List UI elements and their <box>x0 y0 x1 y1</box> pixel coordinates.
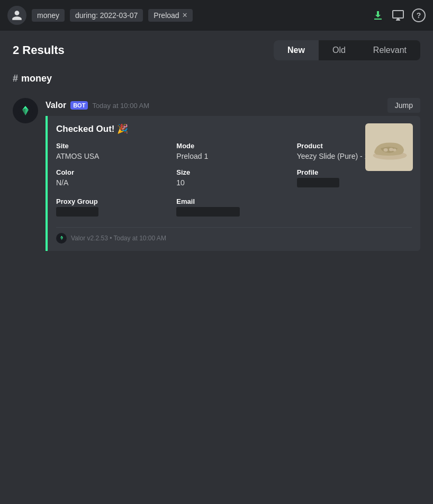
search-tag-preload-label: Preload <box>154 11 179 20</box>
channel-name: #money <box>13 73 420 84</box>
embed-fields-row2: Proxy Group Email <box>56 197 412 220</box>
results-count: 2 Results <box>13 43 267 57</box>
message-area: Valor BOT Today at 10:00 AM Jump <box>0 93 433 264</box>
search-tag-date-label: during: 2022-03-07 <box>75 11 138 20</box>
search-tag-money-label: money <box>37 11 59 20</box>
tab-old[interactable]: Old <box>319 40 359 60</box>
search-tag-date[interactable]: during: 2022-03-07 <box>70 9 143 22</box>
valor-footer-logo-icon <box>58 235 65 241</box>
embed-field-size: Size 10 <box>176 168 291 191</box>
embed-field-mode: Mode Preload 1 <box>176 142 291 162</box>
user-icon <box>11 10 23 21</box>
proxy-redacted <box>56 207 98 217</box>
message-body: Valor BOT Today at 10:00 AM Jump <box>46 98 420 251</box>
monitor-icon[interactable] <box>392 9 404 22</box>
results-header: 2 Results New Old Relevant <box>0 31 433 68</box>
embed-title: Checked Out! 🎉 <box>56 123 412 134</box>
bot-avatar <box>13 98 38 123</box>
top-bar-icons: ? <box>372 8 426 22</box>
embed-thumbnail <box>365 123 413 171</box>
search-tag-preload[interactable]: Preload × <box>148 9 193 22</box>
embed-field-email: Email <box>176 197 412 220</box>
bot-badge: BOT <box>70 101 88 110</box>
embed-field-color: Color N/A <box>56 168 171 191</box>
embed-field-profile: Profile <box>297 168 412 191</box>
sort-tab-group: New Old Relevant <box>274 40 420 60</box>
top-bar: money during: 2022-03-07 Preload × ? <box>0 0 433 31</box>
tab-relevant[interactable]: Relevant <box>359 40 420 60</box>
svg-point-3 <box>389 148 393 151</box>
channel-hash: # <box>13 73 18 84</box>
message-container: Valor BOT Today at 10:00 AM Jump <box>13 98 420 251</box>
tab-new[interactable]: New <box>274 40 319 60</box>
svg-point-4 <box>393 148 396 151</box>
message-author: Valor <box>46 101 66 110</box>
download-icon[interactable] <box>372 9 384 22</box>
help-icon[interactable]: ? <box>412 8 426 22</box>
embed-footer: Valor v2.2.53 • Today at 10:00 AM <box>56 227 412 244</box>
embed-footer-text: Valor v2.2.53 • Today at 10:00 AM <box>71 235 166 242</box>
user-avatar <box>7 6 26 25</box>
shoe-image <box>368 131 410 163</box>
jump-button[interactable]: Jump <box>387 98 420 113</box>
svg-point-2 <box>384 148 388 151</box>
embed-fields: Site ATMOS USA Mode Preload 1 Product Ye… <box>56 142 412 190</box>
channel-header: #money <box>0 68 433 93</box>
message-header-row: Valor BOT Today at 10:00 AM Jump <box>46 98 420 113</box>
search-tag-money[interactable]: money <box>32 9 65 22</box>
embed-footer-icon <box>56 233 67 244</box>
search-close-button[interactable]: × <box>183 11 187 20</box>
valor-logo-icon <box>17 103 33 119</box>
profile-redacted <box>297 178 339 187</box>
embed-field-proxy-group: Proxy Group <box>56 197 171 220</box>
message-timestamp: Today at 10:00 AM <box>92 102 149 110</box>
embed-card: Checked Out! 🎉 Site ATMOS USA Mode Prelo… <box>46 116 420 251</box>
embed-field-site: Site ATMOS USA <box>56 142 171 162</box>
email-redacted <box>176 207 240 217</box>
